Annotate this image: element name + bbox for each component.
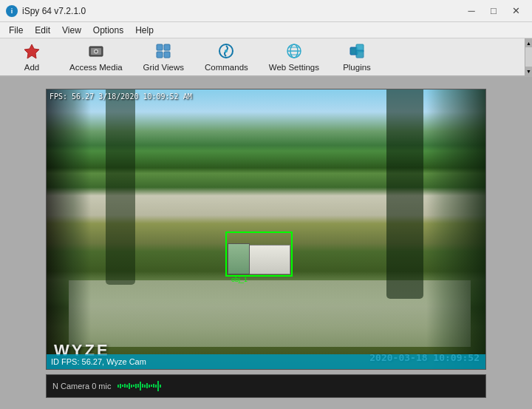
svg-rect-5 [157,44,163,50]
wave-bar [155,385,157,388]
toolbar-web-settings-button[interactable]: Web Settings [260,41,328,73]
svg-rect-8 [164,52,170,58]
svg-point-4 [95,50,97,53]
wave-bar [135,384,137,388]
svg-rect-7 [157,52,163,58]
commands-icon [218,43,234,61]
toolbar-commands-button[interactable]: Commands [196,41,257,73]
commands-label: Commands [205,63,248,72]
svg-rect-6 [164,44,170,50]
camera-status-text: ID FPS: 56.27, Wyze Cam [51,357,146,366]
wave-bar [122,385,123,387]
detected-vehicle: obj_1 [228,234,290,274]
audio-waveform [117,379,480,393]
title-bar: i iSpy 64 v7.2.1.0 ─ □ ✕ [0,0,532,22]
menu-bar: File Edit View Options Help [0,22,532,38]
web-settings-label: Web Settings [269,63,319,72]
fps-overlay: FPS: 56.27 3/18/2020 10:09:52 AM [50,92,192,101]
wave-bar [151,385,152,387]
wave-bar [146,383,148,388]
wave-bar [142,384,143,388]
wave-bar [160,385,161,388]
wave-bar [137,384,139,388]
audio-label: N Camera 0 mic [52,382,112,391]
toolbar-add-button[interactable]: Add [6,41,58,73]
svg-rect-18 [356,50,364,58]
tree-center-right [386,89,423,300]
svg-point-10 [225,50,228,53]
wave-bar [153,384,154,388]
camera-status-bar: ID FPS: 56.27, Wyze Cam [47,354,485,369]
toolbar-scrollbar: ▲ ▼ [525,38,532,75]
access-media-label: Access Media [69,63,123,72]
wave-bar [133,385,134,387]
tree-right [426,89,485,369]
wave-bar [140,382,141,391]
toolbar-grid-views-button[interactable]: Grid Views [134,41,193,73]
wave-bar [129,383,130,389]
wave-bar [117,385,119,388]
maximize-button[interactable]: □ [483,4,504,18]
plugins-icon [349,43,365,61]
wave-bar [144,385,146,388]
svg-marker-0 [24,44,39,58]
camera-feed: obj_1 FPS: 56.27 3/18/2020 10:09:52 AM W… [47,89,485,369]
close-button[interactable]: ✕ [505,4,526,18]
wave-bar [126,385,128,388]
access-media-icon [88,43,104,61]
add-label: Add [24,63,39,72]
toolbar: Add Access Media Grid Views [0,38,532,77]
camera-container: obj_1 FPS: 56.27 3/18/2020 10:09:52 AM W… [46,89,486,370]
menu-file[interactable]: File [3,24,29,37]
title-bar-left: i iSpy 64 v7.2.1.0 [6,5,86,17]
minimize-button[interactable]: ─ [461,4,482,18]
main-area: obj_1 FPS: 56.27 3/18/2020 10:09:52 AM W… [0,77,532,409]
title-bar-controls: ─ □ ✕ [461,4,526,18]
wave-bar [124,384,126,388]
toolbar-scroll-down[interactable]: ▼ [525,67,533,75]
detection-label: obj_1 [231,276,248,283]
grid-icon [155,43,171,61]
app-title: iSpy 64 v7.2.1.0 [22,6,86,16]
web-settings-icon [286,43,302,61]
audio-bar: N Camera 0 mic [46,374,486,398]
menu-options[interactable]: Options [87,24,129,37]
plugins-label: Plugins [343,63,371,72]
tree-left [47,89,91,369]
scene-overlay [47,89,485,369]
add-icon [24,43,40,61]
menu-edit[interactable]: Edit [29,24,56,37]
grid-views-label: Grid Views [143,63,184,72]
toolbar-plugins-button[interactable]: Plugins [331,41,383,73]
wave-bar [157,381,159,391]
wave-bar [120,384,121,388]
wave-bar [131,385,132,388]
menu-help[interactable]: Help [129,24,160,37]
toolbar-scroll-up[interactable]: ▲ [525,38,533,47]
toolbar-access-media-button[interactable]: Access Media [61,41,132,73]
wave-bar [149,385,150,388]
road [69,280,471,347]
truck-cab [228,243,250,274]
app-icon: i [6,5,18,17]
tree-center-left [106,89,135,285]
menu-view[interactable]: View [56,24,87,37]
